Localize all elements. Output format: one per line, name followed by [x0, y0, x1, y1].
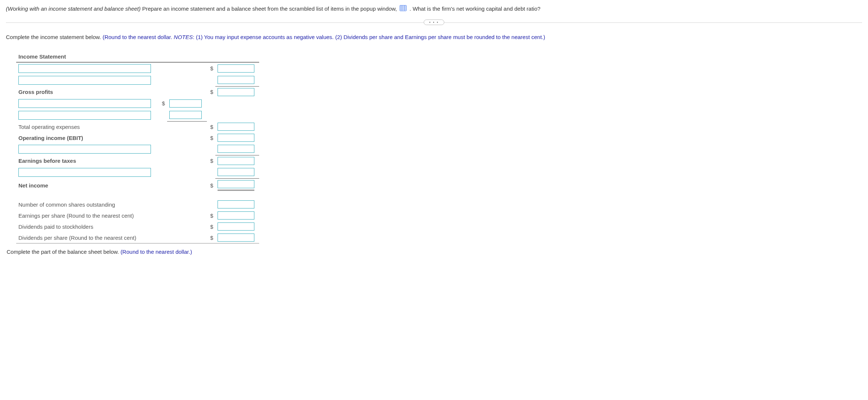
net-income-label: Net income — [16, 179, 159, 193]
instr1-lead: Complete the income statement below. — [6, 34, 103, 40]
ebit-label: Operating income (EBIT) — [16, 132, 159, 143]
svg-rect-0 — [400, 6, 406, 11]
instr2-lead: Complete the part of the balance sheet b… — [7, 249, 120, 255]
dollar-sign: $ — [207, 132, 215, 143]
total-opex-value-input[interactable] — [218, 123, 254, 131]
shares-outstanding-value-input[interactable] — [218, 200, 254, 208]
income-statement-header: Income Statement — [16, 52, 259, 62]
ebt-label: Earnings before taxes — [16, 155, 159, 167]
dollar-sign: $ — [207, 62, 215, 74]
section-divider: • • • — [6, 22, 862, 23]
instr2-note: (Round to the nearest dollar.) — [120, 249, 192, 255]
gross-profits-label: Gross profits — [16, 86, 159, 98]
dollar-sign: $ — [207, 155, 215, 167]
income-statement-instructions: Complete the income statement below. (Ro… — [6, 33, 862, 42]
ebt-value-input[interactable] — [218, 157, 254, 165]
shares-outstanding-label: Number of common shares outstanding — [16, 199, 159, 210]
dps-label: Dividends per share (Round to the neares… — [16, 232, 159, 243]
dollar-sign: $ — [207, 210, 215, 221]
dollar-sign: $ — [207, 121, 215, 132]
taxes-value-input[interactable] — [218, 168, 254, 176]
dollar-sign: $ — [207, 179, 215, 193]
income-statement-table: Income Statement $ Gross profits $ $ — [16, 52, 259, 244]
opex1-value-input[interactable] — [169, 99, 202, 108]
line1-label-input[interactable] — [18, 64, 151, 73]
total-opex-label: Total operating expenses — [16, 121, 159, 132]
dividends-paid-value-input[interactable] — [218, 222, 254, 231]
dollar-sign: $ — [207, 232, 215, 243]
dollar-sign: $ — [207, 221, 215, 232]
opex1-label-input[interactable] — [18, 99, 151, 108]
interest-value-input[interactable] — [218, 145, 254, 153]
dollar-sign: $ — [159, 98, 167, 109]
taxes-label-input[interactable] — [18, 168, 151, 177]
opex2-label-input[interactable] — [18, 111, 151, 120]
instr1-note-body: : (1) You may input expense accounts as … — [193, 34, 545, 40]
line1-value-input[interactable] — [218, 64, 254, 73]
line2-label-input[interactable] — [18, 76, 151, 85]
dps-value-input[interactable] — [218, 234, 254, 242]
interest-label-input[interactable] — [18, 145, 151, 154]
instr1-notes-label: NOTES — [174, 34, 193, 40]
line2-value-input[interactable] — [218, 76, 254, 84]
net-income-value-input[interactable] — [218, 180, 254, 188]
gross-profits-value-input[interactable] — [218, 88, 254, 96]
ebit-value-input[interactable] — [218, 134, 254, 142]
eps-label: Earnings per share (Round to the nearest… — [16, 210, 159, 221]
eps-value-input[interactable] — [218, 211, 254, 220]
question-part-b: . What is the firm's net working capital… — [410, 6, 541, 12]
expand-pill[interactable]: • • • — [424, 20, 444, 25]
dollar-sign: $ — [207, 86, 215, 98]
popup-data-icon[interactable] — [400, 5, 406, 14]
question-prefix: (Working with an income statement and ba… — [6, 6, 141, 12]
dividends-paid-label: Dividends paid to stockholders — [16, 221, 159, 232]
balance-sheet-instructions: Complete the part of the balance sheet b… — [7, 249, 862, 255]
instr1-note-open: (Round to the nearest dollar. — [103, 34, 174, 40]
question-part-a: Prepare an income statement and a balanc… — [142, 6, 398, 12]
opex2-value-input[interactable] — [169, 111, 202, 119]
question-text: (Working with an income statement and ba… — [6, 4, 862, 14]
